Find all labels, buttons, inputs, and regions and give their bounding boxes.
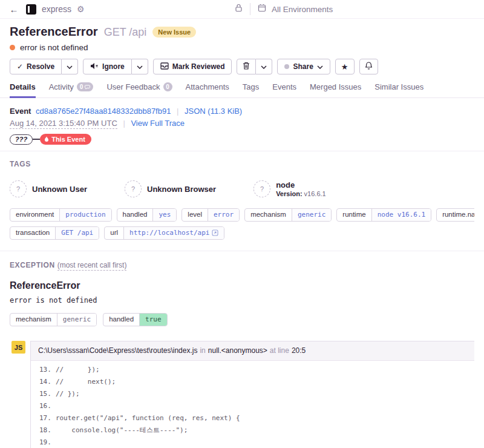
subscribe-bell-button[interactable] (359, 59, 378, 74)
view-full-trace-link[interactable]: View Full Trace (131, 119, 185, 128)
tag-pill-runtime[interactable]: runtimenode v16.6.1 (336, 208, 431, 222)
event-block: Event cd8a8765e27f48aa8148332dbb87fb91 |… (0, 98, 484, 151)
check-icon: ✓ (17, 62, 23, 71)
action-toolbar: ✓ Resolve Ignore Mark Reviewed Share ★ (0, 52, 484, 74)
star-icon: ★ (341, 62, 348, 71)
project-settings-gear-icon[interactable]: ⚙ (77, 4, 85, 14)
environment-selector[interactable]: All Environments (272, 5, 333, 14)
unresolved-status-dot (10, 45, 15, 50)
code-line: 14.// next(); (31, 376, 474, 388)
tag-summary-runtime: ? node Version: v16.6.1 (253, 180, 326, 197)
mark-reviewed-label: Mark Reviewed (172, 62, 225, 71)
delete-button[interactable] (237, 59, 256, 74)
unknown-trace-node: ??? (10, 134, 33, 145)
this-event-pill: This Event (40, 134, 91, 145)
issue-culprit: GET /api (104, 26, 147, 39)
exception-value: error is not defined (10, 296, 474, 305)
issue-tabs: Details Activity 0 User Feedback 0 Attac… (0, 74, 484, 98)
event-json-link[interactable]: JSON (11.3 KiB) (185, 107, 242, 116)
tab-user-feedback[interactable]: User Feedback 0 (106, 82, 172, 98)
comment-bubble-icon (85, 85, 90, 90)
chevron-down-icon (317, 62, 323, 71)
annotation-handled: handledtrue (103, 313, 167, 326)
resolve-dropdown-button[interactable] (62, 59, 78, 74)
tag-pill-handled[interactable]: handledyes (117, 208, 177, 222)
share-button[interactable]: Share (277, 59, 330, 74)
tab-events[interactable]: Events (272, 82, 296, 98)
code-line: 15.// }); (31, 388, 474, 400)
project-name: express (42, 4, 71, 14)
separator: | (177, 107, 178, 116)
tag-pill-transaction[interactable]: transactionGET /api (10, 226, 99, 240)
frame-line-number: 20:5 (292, 346, 306, 355)
tag-summary-browser: ? Unknown Browser (125, 180, 216, 197)
exception-heading: EXCEPTION (10, 261, 55, 269)
issue-title: ReferenceError (10, 25, 98, 39)
external-link-icon (212, 229, 218, 236)
trace-crumbs: ??? This Event (10, 134, 474, 145)
tag-pill-row: transactionGET /api urlhttp://localhost/… (10, 226, 474, 240)
calendar-icon (258, 4, 266, 15)
new-issue-badge: New Issue (152, 27, 196, 38)
question-circle-icon: ? (125, 180, 142, 197)
exception-type: ReferenceError (10, 280, 474, 291)
code-line: 19. (31, 436, 474, 448)
separator: | (123, 119, 125, 128)
issue-header: ReferenceError GET /api New Issue (0, 19, 484, 39)
chevron-down-icon (261, 62, 267, 71)
share-status-dot-icon (284, 64, 289, 69)
stack-frame: JS C:\Users\sssan\Code\Express\test\rout… (10, 341, 474, 448)
bell-icon (365, 62, 372, 71)
chevron-down-icon (67, 62, 73, 71)
question-circle-icon: ? (253, 180, 270, 197)
tab-details[interactable]: Details (10, 82, 36, 98)
tab-merged-issues[interactable]: Merged Issues (310, 82, 361, 98)
source-context: 13.// }); 14.// next(); 15.// }); 16. 17… (31, 361, 474, 448)
resolve-label: Resolve (27, 62, 54, 71)
tab-attachments[interactable]: Attachments (186, 82, 229, 98)
topbar: ← express ⚙ All Environments (0, 0, 484, 19)
ignore-button[interactable]: Ignore (83, 59, 132, 74)
issue-message: error is not defined (20, 43, 88, 52)
exception-section: EXCEPTION (most recent call first) Refer… (0, 251, 484, 448)
code-line: 17.router.get("/api", function (req, res… (31, 412, 474, 424)
code-line: 18. console.log("----테스트----"); (31, 424, 474, 436)
javascript-platform-icon: JS (11, 341, 25, 354)
frame-header[interactable]: C:\Users\sssan\Code\Express\test\routes\… (31, 341, 474, 361)
fire-icon (44, 136, 49, 142)
bookmark-star-button[interactable]: ★ (335, 59, 355, 74)
tab-similar-issues[interactable]: Similar Issues (374, 82, 424, 98)
annotation-mechanism: mechanismgeneric (10, 313, 97, 326)
lock-icon[interactable] (235, 4, 243, 15)
back-button[interactable]: ← (7, 2, 21, 16)
mute-icon (90, 62, 99, 71)
delete-dropdown-button[interactable] (256, 59, 272, 74)
trace-connector (33, 139, 40, 140)
mark-reviewed-button[interactable]: Mark Reviewed (153, 59, 232, 74)
stack-order-toggle[interactable]: (most recent call first) (57, 261, 127, 271)
resolve-button[interactable]: ✓ Resolve (10, 59, 62, 74)
tags-section: TAGS ? Unknown User ? Unknown Browser ? … (0, 151, 484, 251)
topbar-divider (250, 3, 250, 15)
question-circle-icon: ? (10, 180, 27, 197)
share-label: Share (293, 62, 313, 71)
tag-pill-row: environmentproduction handledyes leveler… (10, 208, 474, 222)
tag-pill-environment[interactable]: environmentproduction (10, 208, 112, 222)
code-line: 13.// }); (31, 364, 474, 376)
frame-function: null.<anonymous> (208, 346, 267, 355)
trash-icon (243, 62, 250, 71)
chevron-down-icon (137, 62, 143, 71)
tag-pill-level[interactable]: levelerror (182, 208, 240, 222)
tag-pill-url[interactable]: urlhttp://localhost/api (104, 226, 224, 240)
event-id-link[interactable]: cd8a8765e27f48aa8148332dbb87fb91 (36, 107, 171, 116)
feedback-count-badge: 0 (163, 82, 172, 91)
activity-count-badge: 0 (77, 82, 94, 91)
tag-summary-user: ? Unknown User (10, 180, 87, 197)
tab-activity[interactable]: Activity 0 (49, 82, 94, 98)
tag-pill-runtime-name[interactable]: runtime.namenode (436, 208, 474, 222)
tab-tags[interactable]: Tags (243, 82, 259, 98)
project-logo-express-icon (26, 4, 36, 15)
ignore-dropdown-button[interactable] (132, 59, 148, 74)
tag-pill-mechanism[interactable]: mechanismgeneric (244, 208, 332, 222)
code-line: 16. (31, 400, 474, 412)
